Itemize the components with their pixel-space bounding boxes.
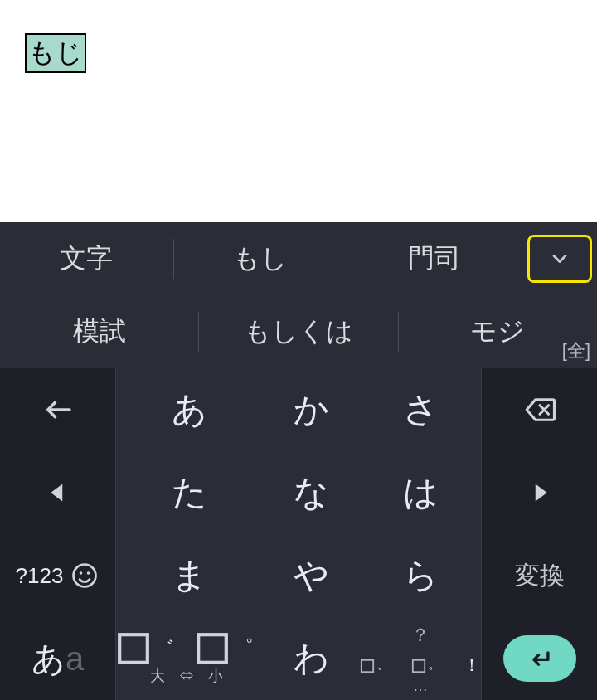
symbols-label: ?123 [16, 563, 64, 589]
dakuten-mark: ゛ [153, 634, 183, 664]
size-dakuten-key[interactable]: ゛ ゜ 大 ⇔ 小 [116, 617, 262, 700]
size-label: 大 ⇔ 小 [150, 666, 228, 686]
suggestion-item[interactable]: 文字 [0, 241, 173, 277]
suggestion-item[interactable]: もし [174, 241, 347, 277]
text-input-area[interactable]: もじ [0, 0, 597, 214]
enter-pill [503, 635, 576, 682]
svg-point-0 [74, 565, 96, 587]
suggestion-row-2: 模試 もしくは モジ [全] [0, 295, 597, 368]
cursor-left-key[interactable] [0, 451, 116, 534]
suggestion-row-1: 文字 もし 門司 [0, 222, 597, 295]
emoji-icon [70, 561, 100, 591]
undo-key[interactable] [0, 368, 116, 451]
key-na[interactable]: な [262, 451, 360, 534]
key-ya[interactable]: や [262, 534, 360, 617]
cursor-right-key[interactable] [481, 451, 597, 534]
language-switch-key[interactable]: あa [0, 617, 116, 700]
chevron-down-icon [548, 247, 571, 270]
punct-question: ？ [411, 623, 430, 648]
key-ta[interactable]: た [116, 451, 262, 534]
box-icon [116, 631, 151, 666]
undo-arrow-icon [41, 392, 75, 427]
composing-text: もじ [25, 33, 86, 73]
punct-comma: 、 [376, 656, 390, 673]
triangle-right-icon [522, 475, 557, 510]
punct-bot: 、 。 ！ [360, 653, 481, 678]
svg-point-2 [87, 571, 90, 575]
triangle-left-icon [41, 475, 75, 510]
suggestion-item[interactable]: 模試 [0, 314, 198, 350]
enter-icon [526, 644, 554, 673]
suggestion-item[interactable]: 門司 [347, 241, 521, 277]
key-ha[interactable]: は [360, 451, 481, 534]
key-ka[interactable]: か [262, 368, 360, 451]
key-ra[interactable]: ら [360, 534, 481, 617]
key-sa[interactable]: さ [360, 368, 481, 451]
punct-top: ？ [411, 623, 430, 648]
key-wa[interactable]: わ [262, 617, 360, 700]
punctuation-key[interactable]: ？ 、 。 ！ … [360, 617, 481, 700]
box-icon [195, 631, 230, 666]
input-mode-indicator: [全] [562, 338, 590, 363]
lang-primary: あ [32, 636, 66, 682]
ime-keyboard: 文字 もし 門司 模試 もしくは モジ [全] あ か さ [0, 222, 597, 700]
svg-rect-5 [362, 660, 373, 672]
suggestion-item[interactable]: もしくは [199, 314, 397, 350]
backspace-icon [522, 392, 557, 427]
box-icon [360, 659, 375, 673]
svg-rect-3 [119, 634, 148, 663]
lang-secondary: a [66, 640, 84, 678]
symbols-key[interactable]: ?123 [0, 534, 116, 617]
dakuten-marks: ゛ ゜ [116, 631, 262, 666]
svg-point-1 [80, 571, 83, 575]
svg-rect-4 [198, 634, 226, 663]
svg-rect-6 [413, 660, 425, 672]
suggestion-bar: 文字 もし 門司 模試 もしくは モジ [全] [0, 222, 597, 368]
henkan-key[interactable]: 変換 [481, 534, 597, 617]
key-grid: あ か さ た な は ?123 ま や ら 変換 あa [0, 368, 597, 700]
collapse-suggestions-button[interactable] [527, 235, 592, 283]
handakuten-mark: ゜ [231, 634, 262, 664]
enter-key[interactable] [481, 617, 597, 700]
punct-dots: … [413, 678, 428, 695]
punct-exclaim: ！ [463, 653, 481, 678]
punct-period: 。 [428, 656, 441, 673]
box-icon [411, 659, 426, 673]
key-a[interactable]: あ [116, 368, 262, 451]
key-ma[interactable]: ま [116, 534, 262, 617]
backspace-key[interactable] [481, 368, 597, 451]
